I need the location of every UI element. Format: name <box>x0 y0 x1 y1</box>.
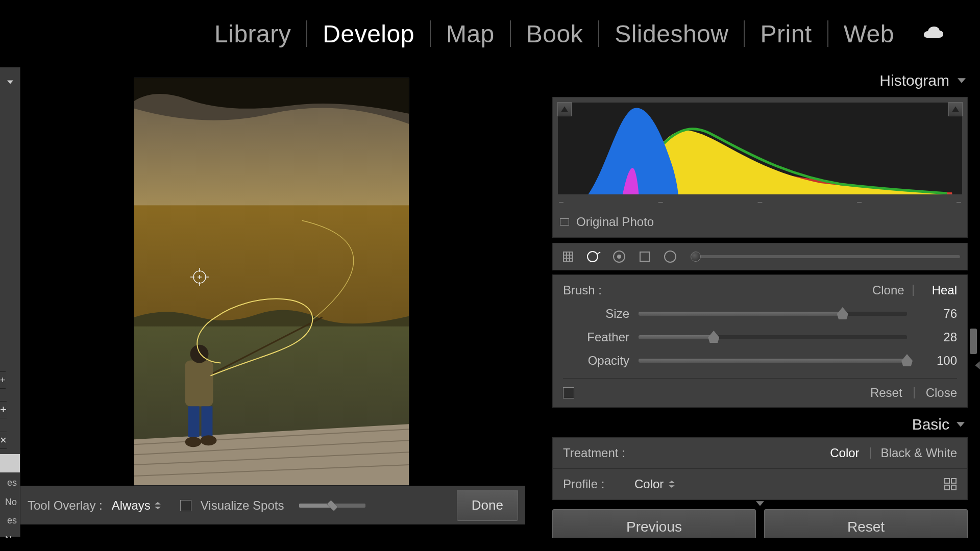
radial-filter-tool-icon[interactable] <box>662 248 678 265</box>
tab-library[interactable]: Library <box>214 20 291 48</box>
svg-rect-4 <box>134 205 409 327</box>
profile-browser-icon[interactable] <box>944 478 957 491</box>
feather-slider[interactable] <box>639 335 907 339</box>
tab-slideshow[interactable]: Slideshow <box>615 20 728 48</box>
feather-value[interactable]: 28 <box>916 330 957 344</box>
redeye-tool-icon[interactable] <box>611 248 627 265</box>
panel-scrollbar[interactable] <box>970 329 977 354</box>
treatment-color[interactable]: Color <box>830 446 859 460</box>
profile-dropdown[interactable]: Color <box>634 477 675 491</box>
svg-rect-45 <box>951 479 956 483</box>
svg-marker-25 <box>155 502 161 505</box>
svg-rect-31 <box>564 252 573 261</box>
treatment-bw[interactable]: Black & White <box>881 446 957 460</box>
list-item[interactable]: es <box>0 511 20 530</box>
histogram-panel: – – – – – Original Photo <box>552 97 968 238</box>
svg-point-40 <box>665 251 676 262</box>
opacity-value[interactable]: 100 <box>916 354 957 368</box>
preview-image[interactable] <box>134 78 409 486</box>
svg-marker-41 <box>957 422 965 427</box>
svg-rect-47 <box>951 485 956 490</box>
sort-dropdown-icon[interactable] <box>3 77 17 88</box>
visualize-spots-slider[interactable] <box>299 504 365 508</box>
histogram-chart[interactable] <box>558 103 962 194</box>
separator <box>510 20 511 47</box>
add-collection-button[interactable]: + <box>0 371 6 389</box>
svg-rect-46 <box>945 485 949 490</box>
highlight-clipping-toggle[interactable] <box>948 102 963 116</box>
tab-map[interactable]: Map <box>446 20 495 48</box>
separator <box>870 447 871 459</box>
svg-marker-49 <box>975 361 980 369</box>
show-pins-toggle[interactable] <box>563 387 574 398</box>
tab-develop[interactable]: Develop <box>323 20 414 48</box>
size-value[interactable]: 76 <box>916 307 957 321</box>
mode-heal[interactable]: Heal <box>932 283 957 297</box>
histogram-title: Histogram <box>879 72 949 89</box>
tab-web[interactable]: Web <box>844 20 894 48</box>
basic-panel-header[interactable]: Basic <box>552 414 968 435</box>
tab-book[interactable]: Book <box>526 20 583 48</box>
chevron-down-icon <box>957 421 965 428</box>
spot-removal-options-panel: Brush : Clone Heal Size 76 Feather 28 Op… <box>552 274 968 408</box>
develop-right-panel: Histogram – – <box>540 67 980 537</box>
done-button[interactable]: Done <box>457 490 518 521</box>
basic-panel: Treatment : Color Black & White Profile … <box>552 437 968 500</box>
original-photo-label: Original Photo <box>576 215 654 229</box>
svg-marker-26 <box>155 507 161 509</box>
list-item[interactable]: No <box>0 493 20 511</box>
original-photo-icon <box>560 218 569 226</box>
crop-tool-icon[interactable] <box>560 248 576 265</box>
svg-point-12 <box>190 345 209 363</box>
tick: – <box>658 197 663 207</box>
image-canvas[interactable] <box>20 67 525 486</box>
opacity-slider[interactable] <box>639 359 907 363</box>
close-tool-button[interactable]: Close <box>926 386 957 400</box>
visualize-spots-checkbox[interactable] <box>180 500 191 511</box>
svg-marker-28 <box>561 106 568 112</box>
histogram-zone-ticks[interactable]: – – – – – <box>558 194 962 207</box>
svg-rect-13 <box>188 406 200 437</box>
svg-point-15 <box>185 437 202 447</box>
separator <box>598 20 599 47</box>
tick: – <box>857 197 862 207</box>
list-item[interactable]: es <box>0 473 20 492</box>
profile-label: Profile : <box>563 477 634 491</box>
opacity-label: Opacity <box>563 354 629 368</box>
close-button[interactable]: × <box>0 432 7 449</box>
masking-tool-icon[interactable] <box>636 248 653 265</box>
spot-removal-tool-icon[interactable] <box>585 248 602 265</box>
size-slider[interactable] <box>639 312 907 316</box>
tool-overlay-dropdown[interactable]: Always <box>112 498 161 513</box>
profile-value: Color <box>634 477 664 491</box>
shadow-clipping-toggle[interactable] <box>557 102 572 116</box>
tool-overlay-label: Tool Overlay : <box>28 498 103 513</box>
cloud-sync-icon[interactable] <box>924 27 944 41</box>
module-picker-bar: Library Develop Map Book Slideshow Print… <box>0 0 980 67</box>
size-label: Size <box>563 307 629 321</box>
svg-rect-44 <box>945 479 949 483</box>
feather-label: Feather <box>563 330 629 344</box>
separator <box>827 20 828 47</box>
svg-rect-11 <box>185 361 213 407</box>
panel-collapse-caret-icon[interactable] <box>975 361 980 369</box>
add-button[interactable]: + <box>0 401 7 418</box>
svg-rect-14 <box>202 406 213 437</box>
bottom-strip <box>0 538 980 551</box>
tick: – <box>559 197 564 207</box>
separator <box>306 20 307 47</box>
panel-scroll-caret-icon[interactable] <box>540 500 980 507</box>
histogram-panel-header[interactable]: Histogram <box>540 67 980 94</box>
svg-marker-43 <box>669 485 675 488</box>
svg-marker-29 <box>952 106 959 112</box>
tab-print[interactable]: Print <box>760 20 812 48</box>
tick: – <box>957 197 961 207</box>
visualize-spots-label: Visualize Spots <box>201 498 284 513</box>
brush-label: Brush : <box>563 283 862 297</box>
tool-amount-slider[interactable] <box>691 255 960 258</box>
separator <box>430 20 431 47</box>
reset-tool-button[interactable]: Reset <box>870 386 902 400</box>
mode-clone[interactable]: Clone <box>872 283 904 297</box>
list-item[interactable] <box>0 454 20 472</box>
tick: – <box>758 197 763 207</box>
